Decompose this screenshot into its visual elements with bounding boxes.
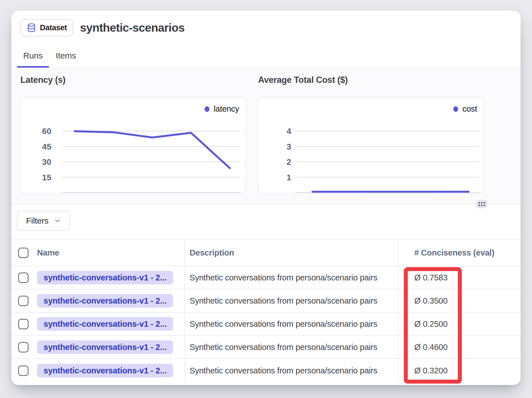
run-name-link[interactable]: synthetic-conversations-v1 - 2... — [37, 340, 173, 354]
conciseness-value: Ø 0.7583 — [414, 273, 448, 282]
row-checkbox[interactable] — [18, 296, 29, 306]
table-row: synthetic-conversations-v1 - 2... Synthe… — [11, 359, 521, 382]
svg-text:2: 2 — [287, 157, 291, 166]
svg-text:3: 3 — [287, 142, 291, 151]
row-cell-conciseness: Ø 0.3500 — [398, 289, 521, 312]
select-all-checkbox[interactable] — [18, 248, 29, 258]
svg-text:15: 15 — [42, 173, 51, 182]
run-description: Synthetic conversations from persona/sce… — [190, 296, 377, 306]
svg-text:1: 1 — [287, 173, 291, 182]
dataset-panel: Dataset synthetic-scenarios Runs Items L… — [11, 11, 521, 385]
svg-text:4: 4 — [287, 126, 291, 136]
run-name-link[interactable]: synthetic-conversations-v1 - 2... — [37, 364, 173, 377]
tab-items[interactable]: Items — [56, 51, 76, 67]
database-icon — [27, 23, 36, 33]
cost-legend[interactable]: cost — [453, 104, 477, 114]
tab-bar: Runs Items — [11, 51, 521, 68]
cost-chart-title: Average Total Cost ($) — [258, 75, 348, 85]
row-cell-conciseness: Ø 0.3200 — [398, 359, 521, 382]
latency-legend[interactable]: latency — [205, 104, 239, 114]
row-checkbox[interactable] — [18, 272, 29, 283]
svg-text:45: 45 — [42, 142, 51, 151]
row-cell-name: synthetic-conversations-v1 - 2... — [11, 266, 185, 289]
latency-chart: 60453015 latency — [20, 97, 246, 194]
run-name-link[interactable]: synthetic-conversations-v1 - 2... — [37, 317, 173, 331]
cost-legend-dot — [453, 106, 458, 112]
run-description: Synthetic conversations from persona/sce… — [190, 343, 377, 352]
latency-chart-title: Latency (s) — [20, 75, 65, 85]
table-body: synthetic-conversations-v1 - 2... Synthe… — [11, 266, 521, 382]
panel-header: Dataset synthetic-scenarios — [11, 11, 521, 37]
run-description: Synthetic conversations from persona/sce… — [190, 273, 377, 282]
dataset-badge-label: Dataset — [40, 23, 67, 32]
row-cell-description: Synthetic conversations from persona/sce… — [185, 359, 398, 382]
row-cell-description: Synthetic conversations from persona/sce… — [185, 266, 398, 289]
row-cell-description: Synthetic conversations from persona/sce… — [185, 313, 398, 335]
table-row: synthetic-conversations-v1 - 2... Synthe… — [11, 313, 521, 336]
row-checkbox[interactable] — [18, 319, 29, 329]
row-cell-description: Synthetic conversations from persona/sce… — [185, 336, 398, 358]
column-header-name: Name — [37, 248, 59, 258]
conciseness-value: Ø 0.4600 — [414, 343, 448, 352]
header-cell-conciseness: # Conciseness (eval) — [398, 240, 521, 266]
section-divider — [11, 204, 521, 204]
page-background: { "header": { "badge": "Dataset", "title… — [0, 0, 532, 398]
cost-legend-label: cost — [462, 104, 477, 114]
row-cell-conciseness: Ø 0.2500 — [398, 313, 521, 335]
row-checkbox[interactable] — [18, 342, 29, 352]
grip-dots-icon — [479, 202, 485, 206]
row-cell-name: synthetic-conversations-v1 - 2... — [11, 336, 185, 358]
header-cell-description: Description — [185, 240, 398, 266]
cost-chart-plot: 4321 — [259, 98, 483, 193]
table-row: synthetic-conversations-v1 - 2... Synthe… — [11, 266, 521, 289]
svg-text:60: 60 — [42, 126, 51, 136]
run-name-link[interactable]: synthetic-conversations-v1 - 2... — [37, 294, 173, 308]
row-cell-name: synthetic-conversations-v1 - 2... — [11, 289, 185, 312]
row-cell-name: synthetic-conversations-v1 - 2... — [11, 359, 185, 382]
cost-chart: 4321 cost — [258, 97, 484, 194]
latency-legend-dot — [205, 106, 209, 112]
conciseness-value: Ø 0.3200 — [414, 366, 448, 375]
latency-legend-label: latency — [214, 104, 239, 114]
column-header-description: Description — [190, 248, 234, 258]
row-cell-conciseness: Ø 0.7583 — [398, 266, 521, 289]
run-description: Synthetic conversations from persona/sce… — [190, 319, 377, 329]
table-header-row: Name Description # Conciseness (eval) — [11, 239, 521, 266]
charts-section: Latency (s) Average Total Cost ($) 60453… — [11, 68, 521, 204]
row-cell-conciseness: Ø 0.4600 — [398, 336, 521, 358]
conciseness-value: Ø 0.3500 — [414, 296, 448, 306]
svg-text:30: 30 — [42, 157, 51, 166]
column-header-conciseness: # Conciseness (eval) — [414, 248, 494, 258]
drag-handle-icon[interactable] — [476, 200, 487, 208]
page-title: synthetic-scenarios — [80, 21, 185, 34]
table-row: synthetic-conversations-v1 - 2... Synthe… — [11, 336, 521, 359]
tab-runs[interactable]: Runs — [23, 51, 43, 67]
chevron-down-icon — [54, 217, 61, 224]
filters-button[interactable]: Filters — [17, 211, 70, 231]
dataset-badge: Dataset — [20, 19, 73, 36]
row-cell-name: synthetic-conversations-v1 - 2... — [11, 313, 185, 335]
table-row: synthetic-conversations-v1 - 2... Synthe… — [11, 289, 521, 313]
filters-row: Filters — [17, 211, 70, 231]
row-checkbox[interactable] — [18, 365, 29, 376]
run-name-link[interactable]: synthetic-conversations-v1 - 2... — [37, 271, 173, 284]
filters-button-label: Filters — [26, 216, 49, 226]
conciseness-value: Ø 0.2500 — [414, 319, 448, 329]
runs-table: Name Description # Conciseness (eval) sy… — [11, 239, 521, 382]
run-description: Synthetic conversations from persona/sce… — [190, 366, 377, 375]
header-cell-name: Name — [11, 240, 185, 266]
row-cell-description: Synthetic conversations from persona/sce… — [185, 289, 398, 312]
